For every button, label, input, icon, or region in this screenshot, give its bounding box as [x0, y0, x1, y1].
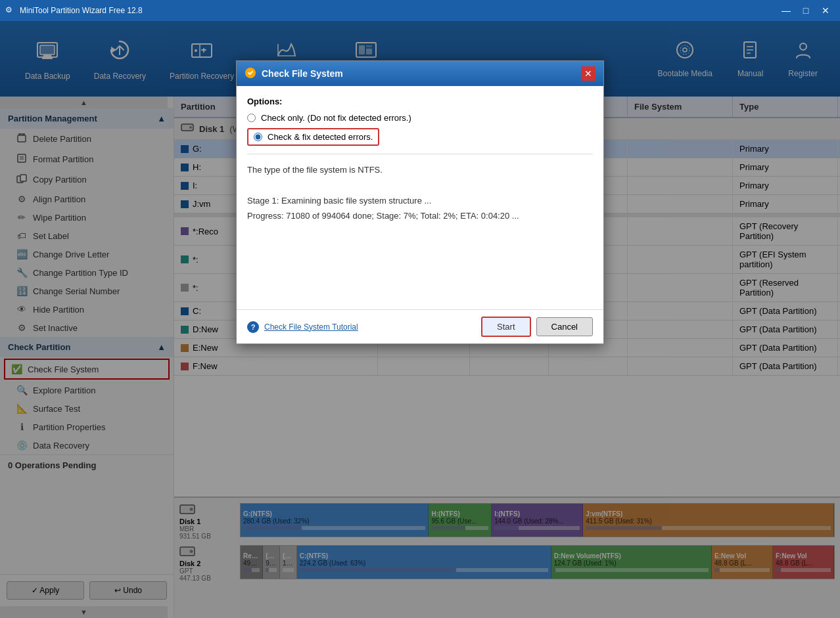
radio-check-only[interactable]: Check only. (Do not fix detected errors.… — [247, 113, 593, 123]
modal-header: Check File System ✕ — [237, 61, 603, 86]
help-icon[interactable]: ? — [247, 321, 259, 333]
tutorial-link[interactable]: Check File System Tutorial — [264, 322, 358, 332]
title-bar: ⚙ MiniTool Partition Wizard Free 12.8 — … — [0, 0, 840, 21]
app-title: MiniTool Partition Wizard Free 12.8 — [20, 6, 777, 15]
check-file-system-modal: Check File System ✕ Options: Check only.… — [236, 60, 604, 344]
modal-icon — [245, 67, 256, 81]
radio-check-fix-input[interactable] — [254, 133, 262, 141]
modal-footer: ? Check File System Tutorial Start Cance… — [237, 309, 603, 343]
options-label: Options: — [247, 97, 593, 106]
window-controls: — □ ✕ — [777, 3, 835, 18]
maximize-button[interactable]: □ — [797, 3, 815, 18]
app-icon: ⚙ — [5, 5, 16, 16]
status-line1: The type of the file system is NTFS. — [247, 162, 593, 177]
start-button[interactable]: Start — [481, 317, 530, 337]
progress-text: Progress: 71080 of 994064 done; Stage: 7… — [247, 208, 593, 223]
radio-check-fix-label: Check & fix detected errors. — [268, 132, 373, 142]
cancel-button[interactable]: Cancel — [536, 317, 593, 336]
modal-close-button[interactable]: ✕ — [581, 66, 595, 81]
radio-check-fix[interactable]: Check & fix detected errors. — [247, 128, 593, 146]
modal-status: The type of the file system is NTFS. Sta… — [247, 162, 593, 224]
minimize-button[interactable]: — — [777, 3, 795, 18]
modal-divider — [247, 154, 593, 154]
modal-overlay: Check File System ✕ Options: Check only.… — [0, 21, 840, 618]
radio-check-only-label: Check only. (Do not fix detected errors.… — [261, 113, 411, 123]
radio-check-only-input[interactable] — [247, 114, 256, 122]
close-button[interactable]: ✕ — [816, 3, 835, 18]
modal-body: Options: Check only. (Do not fix detecte… — [237, 86, 603, 309]
status-line2: Stage 1: Examining basic file system str… — [247, 193, 593, 208]
modal-title: Check File System — [262, 68, 343, 79]
